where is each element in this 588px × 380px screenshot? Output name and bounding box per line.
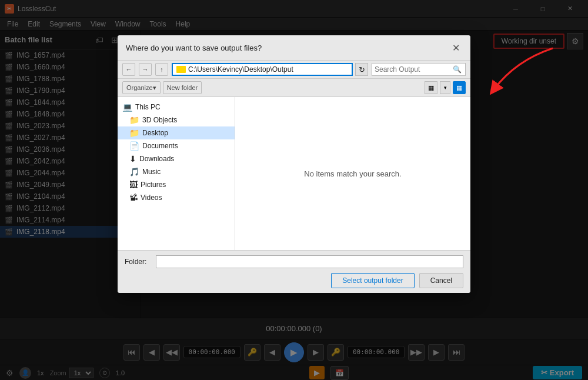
back-button[interactable]: ← [122,63,135,76]
empty-message: No items match your search. [304,169,401,178]
cancel-button[interactable]: Cancel [419,273,463,288]
tree-item-music[interactable]: 🎵Music [118,165,235,178]
tree-icon: 🎵 [129,167,139,176]
save-dialog: Where do you want to save output files? … [118,35,470,293]
forward-button[interactable]: → [139,63,152,76]
dialog-title-bar: Where do you want to save output files? … [118,35,470,61]
dialog-close-button[interactable]: ✕ [449,41,462,54]
tree-icon: ⬇ [129,154,136,164]
path-input[interactable]: C:\Users\Kevincy\Desktop\Output [172,63,353,76]
path-folder-icon [176,66,186,73]
tree-icon: 📽 [129,193,138,202]
tree-item-this-pc[interactable]: 💻This PC [118,101,235,114]
search-container: 🔍 [372,63,466,76]
tree-item-3d-objects[interactable]: 📁3D Objects [118,114,235,126]
search-icon: 🔍 [453,65,462,74]
dialog-buttons: Select output folder Cancel [125,273,463,288]
tree-icon: 📄 [129,141,139,151]
path-bar: C:\Users\Kevincy\Desktop\Output ↻ [172,63,368,76]
tree-label: 3D Objects [142,116,177,124]
tree-item-documents[interactable]: 📄Documents [118,139,235,152]
search-input[interactable] [375,65,451,74]
up-button[interactable]: ↑ [155,63,168,76]
view-dropdown-button[interactable]: ▾ [440,81,450,94]
tree-icon: 📁 [129,128,139,138]
tree-label: This PC [135,103,161,111]
dialog-body: 💻This PC📁3D Objects📁Desktop📄Documents⬇Do… [118,97,470,250]
dialog-title: Where do you want to save output files? [126,44,262,52]
folder-input-row: Folder: [125,255,463,268]
tree-icon: 🖼 [129,180,138,189]
tree-label: Documents [142,142,178,150]
tree-label: Desktop [142,129,168,137]
tree-icon: 📁 [129,115,139,125]
tree-label: Music [142,168,161,176]
folder-input[interactable] [156,255,463,268]
extra-view-button[interactable]: ▦ [453,81,466,94]
dialog-toolbar: ← → ↑ C:\Users\Kevincy\Desktop\Output ↻ … [118,61,470,79]
select-output-folder-button[interactable]: Select output folder [331,273,414,288]
file-pane: No items match your search. [235,97,470,250]
folder-tree: 💻This PC📁3D Objects📁Desktop📄Documents⬇Do… [118,97,235,250]
tree-label: Pictures [141,181,166,189]
tree-item-desktop[interactable]: 📁Desktop [118,126,235,139]
tree-icon: 💻 [122,102,132,112]
new-folder-button[interactable]: New folder [163,81,202,94]
dialog-toolbar2: Organize ▾ New folder ▦ ▾ ▦ [118,79,470,97]
view-button[interactable]: ▦ [425,81,437,94]
dialog-overlay: Where do you want to save output files? … [0,0,588,380]
organize-button[interactable]: Organize ▾ [122,81,161,94]
tree-item-downloads[interactable]: ⬇Downloads [118,152,235,165]
tree-label: Downloads [139,155,174,163]
tree-label: Videos [141,194,162,202]
dialog-footer: Folder: Select output folder Cancel [118,250,470,293]
folder-label: Folder: [125,258,151,266]
tree-item-videos[interactable]: 📽Videos [118,191,235,204]
refresh-button[interactable]: ↻ [355,63,368,76]
tree-item-pictures[interactable]: 🖼Pictures [118,178,235,191]
path-value: C:\Users\Kevincy\Desktop\Output [188,65,293,74]
